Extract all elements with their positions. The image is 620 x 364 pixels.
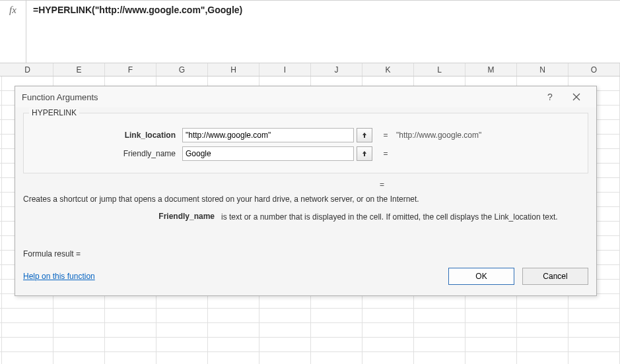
cell[interactable] bbox=[568, 323, 620, 338]
col-head-I[interactable]: I bbox=[259, 63, 311, 76]
col-head-H[interactable]: H bbox=[208, 63, 259, 76]
cell[interactable] bbox=[414, 294, 465, 309]
cell[interactable] bbox=[53, 338, 105, 352]
link-location-input[interactable] bbox=[182, 128, 354, 142]
cell[interactable] bbox=[414, 338, 465, 352]
col-head-L[interactable]: L bbox=[414, 63, 465, 76]
cell[interactable] bbox=[53, 309, 105, 323]
arg-row-friendly-name: Friendly_name = bbox=[30, 146, 581, 161]
cell[interactable] bbox=[53, 294, 105, 309]
col-head-J[interactable]: J bbox=[311, 63, 362, 76]
collapse-dialog-icon[interactable] bbox=[357, 128, 372, 142]
cell[interactable] bbox=[465, 309, 517, 323]
col-head-N[interactable]: N bbox=[517, 63, 568, 76]
cell[interactable] bbox=[517, 309, 568, 323]
cell[interactable] bbox=[362, 294, 414, 309]
cell[interactable] bbox=[105, 309, 156, 323]
cell[interactable] bbox=[156, 309, 208, 323]
cell[interactable] bbox=[53, 352, 105, 364]
cell[interactable] bbox=[259, 352, 311, 364]
cell[interactable] bbox=[311, 323, 362, 338]
cell[interactable] bbox=[414, 352, 465, 364]
dialog-footer: Help on this function OK Cancel bbox=[23, 268, 588, 285]
collapse-dialog-icon[interactable] bbox=[357, 146, 372, 161]
cell[interactable] bbox=[517, 323, 568, 338]
formula-input[interactable]: =HYPERLINK("http://www.google.com",Googl… bbox=[26, 1, 620, 19]
cell[interactable] bbox=[517, 338, 568, 352]
cell[interactable] bbox=[2, 294, 53, 309]
cell[interactable] bbox=[2, 352, 53, 364]
cell[interactable] bbox=[259, 309, 311, 323]
cell[interactable] bbox=[208, 294, 259, 309]
cell[interactable] bbox=[568, 352, 620, 364]
arg-label-link-location: Link_location bbox=[30, 131, 182, 140]
col-head-M[interactable]: M bbox=[465, 63, 517, 76]
formula-result: Formula result = bbox=[23, 249, 588, 258]
cell[interactable] bbox=[2, 309, 53, 323]
cell[interactable] bbox=[568, 309, 620, 323]
cell[interactable] bbox=[2, 338, 53, 352]
cell[interactable] bbox=[156, 352, 208, 364]
cell[interactable] bbox=[105, 323, 156, 338]
col-head-D[interactable]: D bbox=[2, 63, 53, 76]
cell[interactable] bbox=[465, 338, 517, 352]
arg-label-friendly-name: Friendly_name bbox=[30, 149, 182, 158]
cell[interactable] bbox=[465, 294, 517, 309]
cell[interactable] bbox=[362, 309, 414, 323]
formula-bar: fx =HYPERLINK("http://www.google.com",Go… bbox=[0, 0, 620, 63]
cell[interactable] bbox=[414, 309, 465, 323]
cell[interactable] bbox=[208, 338, 259, 352]
cell[interactable] bbox=[311, 294, 362, 309]
argument-help-label: Friendly_name bbox=[23, 212, 221, 223]
cell[interactable] bbox=[105, 294, 156, 309]
cell[interactable] bbox=[362, 352, 414, 364]
formula-result-label: Formula result = bbox=[23, 249, 81, 258]
col-head-K[interactable]: K bbox=[362, 63, 414, 76]
function-name-label: HYPERLINK bbox=[29, 108, 79, 117]
cell[interactable] bbox=[105, 338, 156, 352]
cell[interactable] bbox=[311, 352, 362, 364]
cell[interactable] bbox=[259, 338, 311, 352]
overall-result: = bbox=[23, 180, 588, 189]
equals-symbol: = bbox=[379, 131, 392, 140]
cell[interactable] bbox=[208, 309, 259, 323]
cell[interactable] bbox=[517, 352, 568, 364]
fx-icon[interactable]: fx bbox=[0, 1, 26, 63]
friendly-name-input[interactable] bbox=[182, 146, 354, 161]
cell[interactable] bbox=[208, 352, 259, 364]
ok-button[interactable]: OK bbox=[448, 268, 514, 285]
cancel-button[interactable]: Cancel bbox=[522, 268, 588, 285]
cell[interactable] bbox=[259, 323, 311, 338]
cell[interactable] bbox=[259, 294, 311, 309]
cell[interactable] bbox=[362, 323, 414, 338]
dialog-title: Function Arguments bbox=[22, 92, 537, 102]
column-headers: D E F G H I J K L M N O bbox=[0, 63, 620, 76]
cell[interactable] bbox=[105, 352, 156, 364]
cell[interactable] bbox=[362, 338, 414, 352]
col-head-G[interactable]: G bbox=[156, 63, 208, 76]
cell[interactable] bbox=[2, 323, 53, 338]
dialog-title-bar[interactable]: Function Arguments ? bbox=[15, 86, 596, 107]
help-icon[interactable]: ? bbox=[537, 88, 563, 106]
cell[interactable] bbox=[568, 338, 620, 352]
cell[interactable] bbox=[311, 309, 362, 323]
cell[interactable] bbox=[208, 323, 259, 338]
help-on-function-link[interactable]: Help on this function bbox=[23, 272, 95, 281]
cell[interactable] bbox=[465, 352, 517, 364]
col-head-E[interactable]: E bbox=[53, 63, 105, 76]
cell[interactable] bbox=[156, 323, 208, 338]
hyperlink-fieldset: HYPERLINK Link_location = "http://www.go… bbox=[23, 113, 588, 173]
equals-symbol: = bbox=[379, 149, 392, 158]
close-icon[interactable] bbox=[563, 88, 590, 106]
cell[interactable] bbox=[311, 338, 362, 352]
col-head-F[interactable]: F bbox=[105, 63, 156, 76]
cell[interactable] bbox=[53, 323, 105, 338]
cell[interactable] bbox=[156, 294, 208, 309]
cell[interactable] bbox=[414, 323, 465, 338]
cell[interactable] bbox=[517, 294, 568, 309]
col-head-O[interactable]: O bbox=[568, 63, 620, 76]
cell[interactable] bbox=[156, 338, 208, 352]
cell[interactable] bbox=[465, 323, 517, 338]
arg-row-link-location: Link_location = "http://www.google.com" bbox=[30, 128, 581, 142]
cell[interactable] bbox=[568, 294, 620, 309]
